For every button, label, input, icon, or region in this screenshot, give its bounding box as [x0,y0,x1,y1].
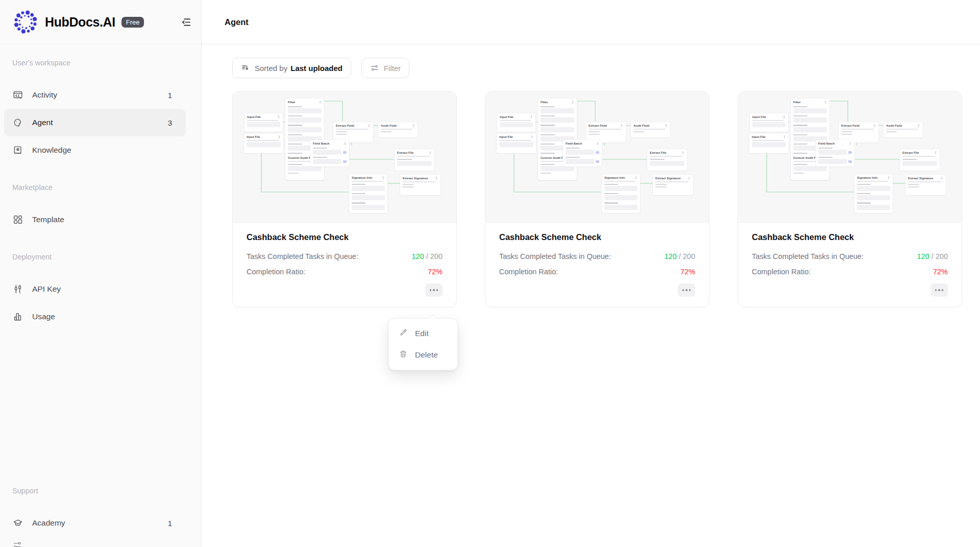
flow-node-title: Extract Field [589,124,607,128]
api-key-icon [12,283,23,295]
flow-node: Extract Signature⋮ [905,175,946,195]
flow-node-title: Extract File [902,151,919,155]
flow-node-title: Extract Signature [403,177,428,180]
filter-button[interactable]: Filter [361,58,409,78]
template-icon [12,214,23,225]
kebab-icon: ⋮ [681,151,684,154]
flow-node: Audit Field⋮ [631,122,670,137]
card-more-button[interactable] [425,283,443,297]
kebab-icon: ⋮ [429,151,432,154]
sidebar-item-agent[interactable]: Agent3 [4,109,186,136]
kebab-icon: ⋮ [571,101,574,104]
tasks-value: 120 / 200 [412,252,443,260]
ratio-label: Completion Ratio: [247,268,305,276]
menu-item-delete[interactable]: Delete [389,344,457,366]
flow-node-title: Extract Field [336,124,354,128]
sidebar: HubDocs.AI Free User's workspaceActivity… [0,0,202,547]
agent-card-body: Cashback Scheme CheckTasks Completed Tas… [233,223,456,307]
flow-node-title: Input File [500,115,513,119]
agent-card-title: Cashback Scheme Check [247,232,443,242]
app-root: HubDocs.AI Free User's workspaceActivity… [0,0,980,547]
agent-card[interactable]: Input File⋮Input File⋮Filter⋮Extract Fie… [232,91,457,307]
sidebar-item-knowledge[interactable]: Knowledge [4,136,186,164]
card-more-button[interactable] [678,283,695,297]
agent-card-body: Cashback Scheme CheckTasks Completed Tas… [485,223,709,307]
menu-notch [429,315,437,323]
flow-node-title: Extract Signature [908,177,934,180]
sidebar-item-count: 3 [168,118,172,127]
flow-node-title: Extract File [650,151,666,155]
flow-node-title: Input File [247,135,260,139]
sidebar-item-usage[interactable]: Usage [4,303,186,330]
flow-node-title: Signature Info [352,176,372,180]
sidebar-item-template[interactable]: Template [4,206,186,233]
flow-node-title: Input File [247,115,261,119]
card-context-menu: EditDelete [388,318,458,370]
menu-item-edit[interactable]: Edit [389,323,457,344]
sidebar-section-label: User's workspace [4,59,186,67]
knowledge-icon [12,145,23,156]
sidebar-section-label: Marketplace [4,183,186,192]
flow-node: Signature Info⋮ [602,174,640,213]
agent-card[interactable]: Input File⋮Input File⋮Filter⋮Extract Fie… [738,91,962,307]
ratio-label: Completion Ratio: [752,268,811,276]
kebab-icon: ⋮ [278,135,281,138]
flow-node: Extract Field⋮ [586,122,626,142]
menu-item-label: Delete [415,350,438,360]
menu-item-label: Edit [415,329,429,338]
sidebar-item-academy[interactable]: Academy1 [4,509,186,537]
sidebar-item-count: 1 [168,519,172,528]
page-title: Agent [225,17,249,27]
tasks-value: 120 / 200 [665,252,695,260]
collapse-sidebar-button[interactable] [179,15,193,29]
kebab-icon: ⋮ [412,124,415,127]
flow-node: Input File⋮ [749,133,789,153]
flow-node-title: Signature Info [604,176,625,180]
flow-node-title: Extract Signature [655,177,681,180]
tasks-label: Tasks Completed Tasks in Queue: [247,252,358,260]
brand-name: HubDocs.AI [45,15,115,30]
agent-card[interactable]: Input File⋮Input File⋮Filter⋮Extract Fie… [485,91,709,307]
kebab-icon: ⋮ [934,151,937,154]
pencil-icon [399,328,408,339]
activity-icon [12,89,23,101]
flow-node-title: Input File [752,115,766,119]
flow-node-title: Field Batch [566,142,582,146]
usage-icon [12,311,23,322]
sort-prefix-label: Sorted by [255,64,287,73]
sidebar-item-api-key[interactable]: API Key [4,275,186,303]
tasks-label: Tasks Completed Tasks in Queue: [499,252,611,260]
sidebar-item-label: Knowledge [32,146,71,155]
sidebar-item-activity[interactable]: Activity1 [4,81,186,109]
sidebar-item-label: Activity [32,90,57,100]
flow-node: Audit Field⋮ [884,122,923,137]
sidebar-item-label: API Key [32,284,61,294]
kebab-icon: ⋮ [277,115,280,118]
flow-node: Input File⋮ [497,133,536,153]
card-more-button[interactable] [930,283,948,297]
flow-node: Signature Info⋮ [349,174,387,213]
agent-card-title: Cashback Scheme Check [499,232,695,242]
sidebar-section: SupportAcademy1 [4,487,186,537]
tasks-completed-value: 120 [412,252,424,260]
sort-value-label: Last uploaded [290,64,342,73]
kebab-icon: ⋮ [530,135,533,138]
kebab-icon: ⋮ [435,177,438,180]
kebab-icon: ⋮ [596,142,599,145]
agent-card-thumbnail: Input File⋮Input File⋮Filter⋮Extract Fie… [233,91,456,223]
kebab-icon: ⋮ [688,177,691,180]
kebab-icon: ⋮ [344,142,347,145]
kebab-icon: ⋮ [634,176,638,179]
sidebar-item-label: Template [32,215,64,224]
kebab-icon: ⋮ [782,115,786,118]
agent-card-title: Cashback Scheme Check [752,232,948,242]
flow-node-title: Audit Field [381,124,397,128]
flow-node: Extract File⋮ [395,149,434,171]
sort-button[interactable]: Sorted by Last uploaded [232,58,351,78]
agent-card-thumbnail: Input File⋮Input File⋮Filter⋮Extract Fie… [738,91,962,223]
flow-node-title: Input File [499,135,513,139]
sidebar-item-label: Usage [32,312,55,321]
flow-node-title: Field Batch [313,142,329,146]
kebab-icon: ⋮ [917,124,920,127]
flow-node-title: Field Batch [818,142,835,146]
